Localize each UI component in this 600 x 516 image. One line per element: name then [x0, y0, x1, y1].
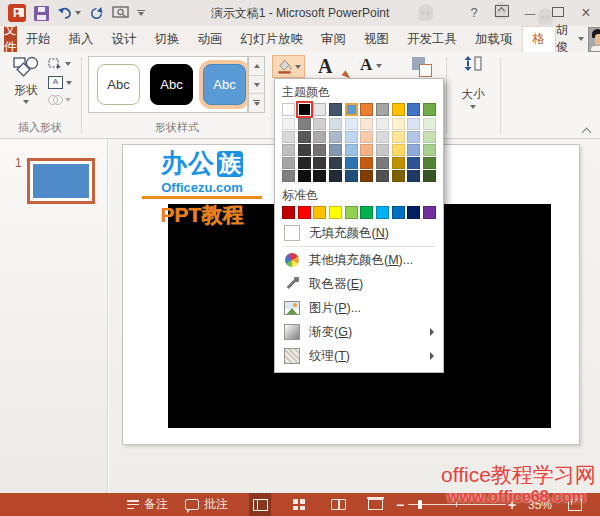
- tab-设计[interactable]: 设计: [103, 26, 146, 52]
- tab-审阅[interactable]: 审阅: [312, 26, 355, 52]
- ribbon-display-options-button[interactable]: [488, 0, 516, 26]
- theme-tint-swatch[interactable]: [392, 118, 405, 130]
- theme-color-swatch[interactable]: [282, 103, 295, 116]
- theme-tint-swatch[interactable]: [329, 157, 342, 169]
- edit-shape-button[interactable]: [48, 58, 72, 70]
- standard-color-swatch[interactable]: [345, 206, 358, 219]
- size-button[interactable]: 大小: [452, 56, 494, 109]
- slideshow-view-button[interactable]: [364, 493, 386, 516]
- theme-tint-swatch[interactable]: [282, 170, 295, 182]
- save-icon[interactable]: [34, 6, 49, 21]
- tab-加载项[interactable]: 加载项: [466, 26, 522, 52]
- theme-tint-swatch[interactable]: [392, 131, 405, 143]
- theme-tint-swatch[interactable]: [423, 157, 436, 169]
- arrange-button[interactable]: [412, 57, 436, 79]
- gallery-scroll-up[interactable]: [249, 57, 264, 76]
- text-box-button[interactable]: A: [48, 76, 72, 89]
- notes-button[interactable]: 备注: [127, 493, 168, 516]
- theme-tint-swatch[interactable]: [298, 170, 311, 182]
- tab-format-active[interactable]: 格式: [522, 26, 557, 52]
- theme-tint-swatch[interactable]: [360, 118, 373, 130]
- theme-color-swatch[interactable]: [407, 103, 420, 116]
- theme-tint-swatch[interactable]: [329, 170, 342, 182]
- theme-tint-swatch[interactable]: [407, 157, 420, 169]
- menu-item-eyedropper[interactable]: 取色器(E): [282, 272, 436, 296]
- user-dropdown-caret[interactable]: [578, 37, 584, 41]
- theme-color-swatch[interactable]: [345, 103, 358, 116]
- tab-开始[interactable]: 开始: [17, 26, 60, 52]
- theme-tint-swatch[interactable]: [345, 118, 358, 130]
- user-avatar[interactable]: [588, 27, 600, 52]
- theme-color-swatch[interactable]: [423, 103, 436, 116]
- slide-sorter-view-button[interactable]: [288, 493, 310, 516]
- theme-tint-swatch[interactable]: [407, 144, 420, 156]
- theme-tint-swatch[interactable]: [407, 131, 420, 143]
- standard-color-swatch[interactable]: [423, 206, 436, 219]
- theme-tint-swatch[interactable]: [313, 131, 326, 143]
- customize-qat-button[interactable]: [137, 10, 145, 17]
- standard-color-swatch[interactable]: [376, 206, 389, 219]
- powerpoint-app-icon[interactable]: P: [8, 4, 26, 22]
- theme-tint-swatch[interactable]: [298, 118, 311, 130]
- standard-color-swatch[interactable]: [329, 206, 342, 219]
- theme-tint-swatch[interactable]: [407, 170, 420, 182]
- theme-tint-swatch[interactable]: [376, 144, 389, 156]
- theme-tint-swatch[interactable]: [298, 157, 311, 169]
- menu-item-more-fill-colors[interactable]: 其他填充颜色(M)...: [282, 248, 436, 272]
- minimize-button[interactable]: —: [516, 0, 544, 26]
- theme-color-swatch[interactable]: [329, 103, 342, 116]
- theme-color-swatch[interactable]: [313, 103, 326, 116]
- zoom-slider-thumb[interactable]: [418, 500, 422, 509]
- theme-tint-swatch[interactable]: [376, 118, 389, 130]
- theme-tint-swatch[interactable]: [423, 118, 436, 130]
- theme-tint-swatch[interactable]: [360, 131, 373, 143]
- tab-开发工具[interactable]: 开发工具: [398, 26, 466, 52]
- theme-tint-swatch[interactable]: [329, 118, 342, 130]
- theme-tint-swatch[interactable]: [313, 170, 326, 182]
- collapse-ribbon-button[interactable]: [582, 126, 590, 134]
- standard-color-swatch[interactable]: [298, 206, 311, 219]
- theme-tint-swatch[interactable]: [298, 131, 311, 143]
- comments-button[interactable]: 批注: [185, 493, 228, 516]
- theme-tint-swatch[interactable]: [313, 157, 326, 169]
- theme-tint-swatch[interactable]: [298, 144, 311, 156]
- theme-tint-swatch[interactable]: [423, 144, 436, 156]
- theme-tint-swatch[interactable]: [345, 170, 358, 182]
- theme-tint-swatch[interactable]: [329, 144, 342, 156]
- theme-tint-swatch[interactable]: [423, 170, 436, 182]
- tab-切换[interactable]: 切换: [146, 26, 189, 52]
- theme-tint-swatch[interactable]: [360, 144, 373, 156]
- menu-item-no-fill[interactable]: 无填充颜色(N): [282, 221, 436, 245]
- theme-color-swatch[interactable]: [298, 103, 311, 116]
- standard-color-swatch[interactable]: [282, 206, 295, 219]
- undo-button[interactable]: [57, 6, 81, 20]
- shape-style-chip-2[interactable]: Abc: [150, 64, 193, 105]
- tab-插入[interactable]: 插入: [60, 26, 103, 52]
- shape-style-chip-3[interactable]: Abc: [203, 64, 246, 105]
- theme-tint-swatch[interactable]: [376, 170, 389, 182]
- theme-tint-swatch[interactable]: [282, 144, 295, 156]
- theme-tint-swatch[interactable]: [407, 118, 420, 130]
- theme-tint-swatch[interactable]: [313, 118, 326, 130]
- theme-tint-swatch[interactable]: [376, 157, 389, 169]
- theme-tint-swatch[interactable]: [392, 144, 405, 156]
- shape-fill-button[interactable]: [272, 55, 305, 78]
- zoom-out-button[interactable]: −: [396, 493, 404, 516]
- theme-tint-swatch[interactable]: [282, 157, 295, 169]
- theme-tint-swatch[interactable]: [376, 131, 389, 143]
- slide-thumbnail[interactable]: [27, 158, 95, 204]
- theme-tint-swatch[interactable]: [313, 144, 326, 156]
- tab-file[interactable]: 文件: [4, 26, 17, 52]
- theme-tint-swatch[interactable]: [282, 131, 295, 143]
- tab-视图[interactable]: 视图: [355, 26, 398, 52]
- theme-tint-swatch[interactable]: [345, 157, 358, 169]
- theme-tint-swatch[interactable]: [329, 131, 342, 143]
- menu-item-texture[interactable]: 纹理(T): [282, 344, 436, 368]
- user-account[interactable]: 胡俊: [556, 26, 600, 52]
- normal-view-button[interactable]: [249, 493, 271, 516]
- theme-color-swatch[interactable]: [360, 103, 373, 116]
- theme-tint-swatch[interactable]: [423, 131, 436, 143]
- theme-color-swatch[interactable]: [376, 103, 389, 116]
- help-button[interactable]: ?: [460, 0, 488, 26]
- menu-item-picture[interactable]: 图片(P)...: [282, 296, 436, 320]
